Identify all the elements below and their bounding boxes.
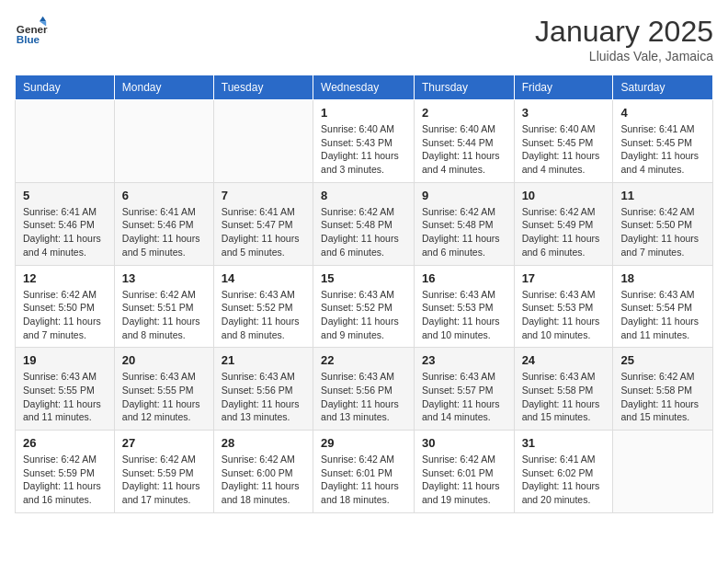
day-number: 18 [620, 271, 705, 285]
day-info: Sunrise: 6:43 AM Sunset: 5:57 PM Dayligh… [422, 370, 506, 424]
day-info: Sunrise: 6:43 AM Sunset: 5:53 PM Dayligh… [422, 288, 506, 342]
day-info: Sunrise: 6:43 AM Sunset: 5:53 PM Dayligh… [522, 288, 606, 342]
day-info: Sunrise: 6:42 AM Sunset: 5:49 PM Dayligh… [522, 205, 606, 259]
day-info: Sunrise: 6:41 AM Sunset: 5:46 PM Dayligh… [23, 205, 107, 259]
calendar-week-row: 5Sunrise: 6:41 AM Sunset: 5:46 PM Daylig… [16, 182, 713, 265]
calendar-cell: 14Sunrise: 6:43 AM Sunset: 5:52 PM Dayli… [213, 265, 313, 348]
calendar-cell: 13Sunrise: 6:42 AM Sunset: 5:51 PM Dayli… [114, 265, 213, 348]
day-info: Sunrise: 6:42 AM Sunset: 6:01 PM Dayligh… [321, 453, 406, 507]
calendar-cell: 1Sunrise: 6:40 AM Sunset: 5:43 PM Daylig… [313, 100, 415, 183]
logo-icon: General Blue [15, 15, 48, 48]
page-header: General Blue January 2025 Lluidas Vale, … [15, 15, 713, 63]
day-number: 1 [321, 106, 406, 120]
day-number: 5 [23, 189, 107, 202]
calendar-cell: 31Sunrise: 6:41 AM Sunset: 6:02 PM Dayli… [514, 431, 613, 513]
calendar-cell: 10Sunrise: 6:42 AM Sunset: 5:49 PM Dayli… [514, 182, 613, 265]
weekday-header-sunday: Sunday [16, 75, 115, 100]
weekday-header-saturday: Saturday [613, 75, 713, 100]
day-info: Sunrise: 6:43 AM Sunset: 5:52 PM Dayligh… [321, 288, 406, 342]
day-number: 11 [620, 189, 705, 202]
calendar-cell: 6Sunrise: 6:41 AM Sunset: 5:46 PM Daylig… [114, 182, 213, 265]
calendar-cell: 16Sunrise: 6:43 AM Sunset: 5:53 PM Dayli… [414, 265, 514, 348]
day-info: Sunrise: 6:42 AM Sunset: 5:50 PM Dayligh… [620, 205, 705, 259]
day-number: 8 [321, 189, 406, 202]
calendar-week-row: 19Sunrise: 6:43 AM Sunset: 5:55 PM Dayli… [16, 348, 713, 431]
calendar-cell: 24Sunrise: 6:43 AM Sunset: 5:58 PM Dayli… [514, 348, 613, 431]
calendar-cell [114, 100, 213, 183]
day-info: Sunrise: 6:42 AM Sunset: 5:48 PM Dayligh… [321, 205, 406, 259]
day-info: Sunrise: 6:43 AM Sunset: 5:52 PM Dayligh… [222, 288, 305, 342]
calendar-cell: 29Sunrise: 6:42 AM Sunset: 6:01 PM Dayli… [313, 431, 415, 513]
day-info: Sunrise: 6:41 AM Sunset: 5:45 PM Dayligh… [620, 122, 705, 177]
calendar-week-row: 1Sunrise: 6:40 AM Sunset: 5:43 PM Daylig… [16, 100, 713, 183]
day-info: Sunrise: 6:41 AM Sunset: 5:46 PM Dayligh… [122, 205, 206, 259]
calendar-cell [16, 100, 115, 183]
calendar-cell: 5Sunrise: 6:41 AM Sunset: 5:46 PM Daylig… [16, 182, 115, 265]
day-number: 26 [23, 436, 107, 450]
svg-marker-2 [40, 17, 46, 21]
weekday-header-monday: Monday [114, 75, 213, 100]
day-number: 21 [222, 353, 305, 367]
day-info: Sunrise: 6:42 AM Sunset: 6:01 PM Dayligh… [422, 453, 506, 507]
calendar-week-row: 26Sunrise: 6:42 AM Sunset: 5:59 PM Dayli… [16, 431, 713, 513]
calendar-cell: 23Sunrise: 6:43 AM Sunset: 5:57 PM Dayli… [414, 348, 514, 431]
day-info: Sunrise: 6:40 AM Sunset: 5:43 PM Dayligh… [321, 122, 406, 177]
day-info: Sunrise: 6:43 AM Sunset: 5:54 PM Dayligh… [620, 288, 705, 342]
logo: General Blue [15, 15, 51, 48]
calendar-cell: 3Sunrise: 6:40 AM Sunset: 5:45 PM Daylig… [514, 100, 613, 183]
day-number: 29 [321, 436, 406, 450]
calendar-cell: 20Sunrise: 6:43 AM Sunset: 5:55 PM Dayli… [114, 348, 213, 431]
day-number: 27 [122, 436, 206, 450]
calendar-table: SundayMondayTuesdayWednesdayThursdayFrid… [15, 75, 713, 513]
day-number: 17 [522, 271, 606, 285]
weekday-header-row: SundayMondayTuesdayWednesdayThursdayFrid… [16, 75, 713, 100]
day-number: 15 [321, 271, 406, 285]
calendar-cell: 18Sunrise: 6:43 AM Sunset: 5:54 PM Dayli… [613, 265, 713, 348]
day-number: 28 [222, 436, 305, 450]
day-number: 22 [321, 353, 406, 367]
calendar-cell: 7Sunrise: 6:41 AM Sunset: 5:47 PM Daylig… [213, 182, 313, 265]
calendar-cell: 30Sunrise: 6:42 AM Sunset: 6:01 PM Dayli… [414, 431, 514, 513]
day-number: 10 [522, 189, 606, 202]
day-number: 9 [422, 189, 506, 202]
calendar-cell: 26Sunrise: 6:42 AM Sunset: 5:59 PM Dayli… [16, 431, 115, 513]
calendar-cell: 4Sunrise: 6:41 AM Sunset: 5:45 PM Daylig… [613, 100, 713, 183]
day-number: 16 [422, 271, 506, 285]
day-number: 24 [522, 353, 606, 367]
day-number: 13 [122, 271, 206, 285]
day-number: 30 [422, 436, 506, 450]
calendar-cell: 25Sunrise: 6:42 AM Sunset: 5:58 PM Dayli… [613, 348, 713, 431]
day-number: 6 [122, 189, 206, 202]
day-number: 2 [422, 106, 506, 120]
calendar-cell: 11Sunrise: 6:42 AM Sunset: 5:50 PM Dayli… [613, 182, 713, 265]
title-block: January 2025 Lluidas Vale, Jamaica [535, 15, 713, 63]
day-info: Sunrise: 6:42 AM Sunset: 6:00 PM Dayligh… [222, 453, 305, 507]
weekday-header-friday: Friday [514, 75, 613, 100]
calendar-cell: 17Sunrise: 6:43 AM Sunset: 5:53 PM Dayli… [514, 265, 613, 348]
day-info: Sunrise: 6:43 AM Sunset: 5:56 PM Dayligh… [222, 370, 305, 424]
day-number: 12 [23, 271, 107, 285]
day-info: Sunrise: 6:41 AM Sunset: 6:02 PM Dayligh… [522, 453, 606, 507]
day-info: Sunrise: 6:42 AM Sunset: 5:48 PM Dayligh… [422, 205, 506, 259]
calendar-cell: 8Sunrise: 6:42 AM Sunset: 5:48 PM Daylig… [313, 182, 415, 265]
day-info: Sunrise: 6:43 AM Sunset: 5:56 PM Dayligh… [321, 370, 406, 424]
calendar-week-row: 12Sunrise: 6:42 AM Sunset: 5:50 PM Dayli… [16, 265, 713, 348]
day-number: 19 [23, 353, 107, 367]
day-number: 25 [620, 353, 705, 367]
calendar-cell: 19Sunrise: 6:43 AM Sunset: 5:55 PM Dayli… [16, 348, 115, 431]
calendar-cell: 9Sunrise: 6:42 AM Sunset: 5:48 PM Daylig… [414, 182, 514, 265]
weekday-header-thursday: Thursday [414, 75, 514, 100]
day-number: 7 [222, 189, 305, 202]
day-info: Sunrise: 6:40 AM Sunset: 5:45 PM Dayligh… [522, 122, 606, 177]
day-number: 3 [522, 106, 606, 120]
location-subtitle: Lluidas Vale, Jamaica [535, 49, 713, 63]
day-info: Sunrise: 6:42 AM Sunset: 5:59 PM Dayligh… [122, 453, 206, 507]
month-title: January 2025 [535, 15, 713, 49]
calendar-cell [613, 431, 713, 513]
day-number: 4 [620, 106, 705, 120]
day-info: Sunrise: 6:41 AM Sunset: 5:47 PM Dayligh… [222, 205, 305, 259]
day-number: 20 [122, 353, 206, 367]
calendar-cell: 28Sunrise: 6:42 AM Sunset: 6:00 PM Dayli… [213, 431, 313, 513]
day-info: Sunrise: 6:42 AM Sunset: 5:51 PM Dayligh… [122, 288, 206, 342]
day-info: Sunrise: 6:42 AM Sunset: 5:59 PM Dayligh… [23, 453, 107, 507]
